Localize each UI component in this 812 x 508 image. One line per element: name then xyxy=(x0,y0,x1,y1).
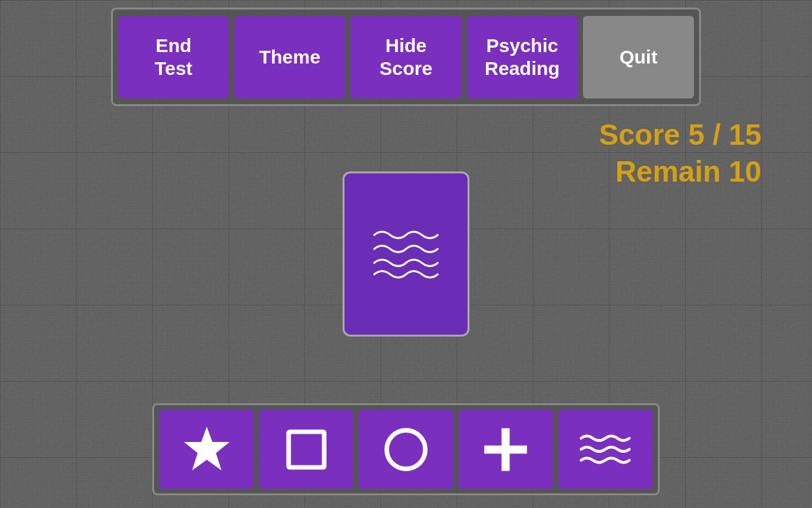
waves-answer-button[interactable] xyxy=(558,410,653,489)
star-answer-button[interactable] xyxy=(159,410,254,489)
square-answer-button[interactable] xyxy=(259,410,353,489)
card-area xyxy=(343,171,469,337)
hide-score-button[interactable]: HideScore xyxy=(350,16,461,98)
end-test-button[interactable]: EndTest xyxy=(118,16,229,98)
answer-bar xyxy=(152,403,660,495)
plus-answer-button[interactable] xyxy=(459,410,553,489)
small-waves-icon xyxy=(577,429,634,470)
star-icon xyxy=(181,424,232,475)
score-area: Score 5 / 15 Remain 10 xyxy=(599,117,761,189)
center-card xyxy=(343,171,469,337)
svg-rect-1 xyxy=(289,432,324,467)
psychic-reading-button[interactable]: PsychicReading xyxy=(467,16,578,98)
theme-button[interactable]: Theme xyxy=(234,16,345,98)
toolbar: EndTest Theme HideScore PsychicReading Q… xyxy=(111,8,701,106)
svg-point-2 xyxy=(387,430,426,469)
score-text: Score 5 / 15 xyxy=(599,117,761,152)
square-icon xyxy=(281,424,332,475)
plus-icon xyxy=(480,424,531,475)
svg-marker-0 xyxy=(184,427,230,471)
circle-answer-button[interactable] xyxy=(358,410,453,489)
svg-rect-4 xyxy=(485,445,527,453)
quit-button[interactable]: Quit xyxy=(583,16,694,98)
waves-icon xyxy=(365,222,447,286)
remain-text: Remain 10 xyxy=(599,154,761,189)
circle-icon xyxy=(381,424,431,475)
